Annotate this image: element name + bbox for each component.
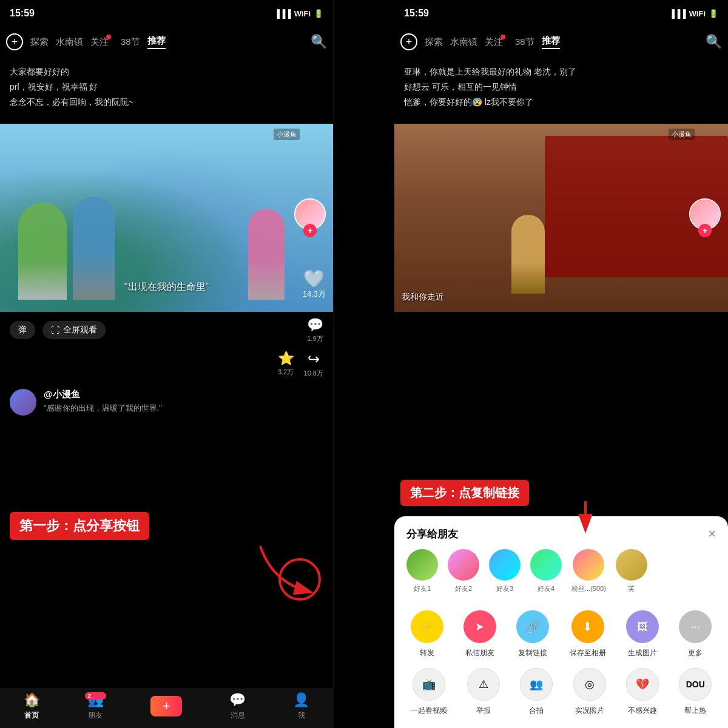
step2-arrow	[561, 498, 610, 534]
watch-together-label: 一起看视频	[411, 706, 447, 716]
share-not-interested[interactable]: 💔 不感兴趣	[626, 668, 659, 716]
friend-2[interactable]: 好友2	[448, 549, 479, 593]
friend-6[interactable]: 芙	[616, 549, 647, 593]
more-icon: ···	[691, 621, 700, 633]
friend-5[interactable]: 粉丝...(500)	[571, 549, 606, 593]
right-status-icons: ▐▐▐ WiFi 🔋	[669, 9, 718, 18]
right-avatar-container: +	[689, 198, 721, 237]
right-comment-area: 亚琳，你就是上天给我最好的礼物 老沈，别了 好想云 可乐，相互的一见钟情 恺爹，…	[394, 57, 728, 124]
comment-2: prl，祝安好，祝幸福 好	[10, 79, 323, 95]
left-video[interactable]: 小漫鱼 "出现在我的生命里" + 🤍 14.3万	[0, 124, 333, 312]
share-actions-row2: 📺 一起看视频 ⚠ 举报 👥 合拍 ◎ 实况照片	[394, 658, 728, 716]
not-interested-label: 不感兴趣	[628, 706, 657, 716]
wifi-icon: WiFi	[294, 9, 311, 18]
share-action[interactable]: ↪ 10.8万	[304, 351, 323, 378]
right-video[interactable]: 小漫鱼 + 我和你走近	[394, 124, 728, 312]
r-comment-1: 亚琳，你就是上天给我最好的礼物 老沈，别了	[404, 64, 718, 79]
douyin-icon: DOU	[686, 679, 705, 689]
left-panel: 15:59 ▐▐▐ WiFi 🔋 + 探索 水南镇 关注 38节 推荐 🔍 大家…	[0, 0, 334, 728]
live-photo-icon-circle: ◎	[573, 668, 606, 701]
dm-icon: ➤	[475, 620, 484, 633]
gen-img-icon: 🖼	[637, 621, 648, 633]
friend-label-1: 好友1	[414, 584, 431, 593]
r-nav-38[interactable]: 38节	[515, 36, 534, 48]
nav-recommend[interactable]: 推荐	[147, 35, 166, 49]
share-save[interactable]: ⬇ 保存至相册	[570, 610, 606, 658]
r-nav-explore[interactable]: 探索	[425, 36, 443, 48]
share-forward[interactable]: ⚡ 转发	[411, 610, 443, 658]
friend-4[interactable]: 好友4	[530, 549, 562, 593]
friend-label-5: 粉丝...(500)	[571, 584, 606, 593]
not-interested-icon: 💔	[636, 678, 649, 691]
r-comment-3: 恺爹，你要好好的😰 lz我不要你了	[404, 95, 718, 110]
tab-me[interactable]: 👤 我	[293, 692, 309, 721]
more-icon-circle: ···	[679, 610, 712, 643]
heart-icon: 🤍	[303, 269, 326, 289]
r-nav-search-button[interactable]: 🔍	[706, 34, 722, 50]
share-generate-img[interactable]: 🖼 生成图片	[626, 610, 659, 658]
nav-38[interactable]: 38节	[121, 36, 140, 48]
share-report[interactable]: ⚠ 举报	[467, 668, 500, 716]
report-icon: ⚠	[479, 678, 488, 691]
me-icon: 👤	[293, 692, 309, 708]
friend-1[interactable]: 好友1	[406, 549, 438, 593]
report-icon-circle: ⚠	[467, 668, 500, 701]
star-action[interactable]: ⭐ 3.2万	[278, 351, 294, 378]
left-time: 15:59	[10, 8, 35, 19]
douyin-label: 帮上热	[684, 706, 706, 716]
right-anime-scene	[394, 124, 728, 312]
forward-icon-circle: ⚡	[411, 610, 443, 643]
tab-add[interactable]: +	[150, 696, 182, 716]
step2-label: 第二步：点复制链接	[400, 480, 529, 506]
friend-label-4: 好友4	[538, 584, 554, 593]
left-comment-area: 大家都要好好的 prl，祝安好，祝幸福 好 念念不忘，必有回响，我的阮阮~	[0, 57, 333, 124]
right-time: 15:59	[404, 8, 429, 19]
r-battery-icon: 🔋	[709, 9, 718, 18]
tab-messages[interactable]: 💬 消息	[229, 692, 246, 721]
star-icon: ⭐	[278, 351, 294, 366]
comment-action[interactable]: 💬 1.9万	[307, 317, 323, 343]
share-more[interactable]: ··· 更多	[679, 610, 712, 658]
right-follow-btn[interactable]: +	[698, 224, 712, 237]
left-status-bar: 15:59 ▐▐▐ WiFi 🔋	[0, 0, 333, 27]
user-text-block: @小漫鱼 "感谢你的出现，温暖了我的世界."	[44, 389, 162, 414]
video-tag-left: 小漫鱼	[274, 129, 300, 140]
nav-explore[interactable]: 探索	[30, 36, 49, 48]
left-user-avatar-small[interactable]	[10, 389, 36, 416]
left-tab-bar: 🏠 首页 👥 朋友 2 + 💬 消息 👤 我	[0, 689, 333, 728]
friend-avatar-3	[489, 549, 521, 581]
copy-link-label: 复制链接	[518, 648, 547, 658]
tab-home[interactable]: 🏠 首页	[24, 692, 40, 721]
left-follow-btn[interactable]: +	[303, 224, 317, 237]
danmaku-button[interactable]: 弹	[10, 321, 35, 339]
dm-label: 私信朋友	[465, 648, 494, 658]
share-close-button[interactable]: ×	[708, 526, 716, 542]
fullscreen-button[interactable]: ⛶ 全屏观看	[42, 321, 106, 339]
left-avatar-container: +	[294, 198, 326, 237]
live-photo-icon: ◎	[585, 678, 595, 691]
share-watch-together[interactable]: 📺 一起看视频	[411, 668, 447, 716]
live-photo-label: 实况照片	[575, 706, 604, 716]
share-collab[interactable]: 👥 合拍	[520, 668, 553, 716]
add-button[interactable]: +	[150, 696, 182, 716]
left-action-bar: 弹 ⛶ 全屏观看 💬 1.9万	[0, 312, 333, 348]
character-1	[18, 203, 67, 300]
friend-avatar-4	[530, 549, 562, 581]
nav-add-button[interactable]: +	[6, 33, 23, 50]
collab-icon: 👥	[530, 678, 543, 691]
gen-img-label: 生成图片	[628, 648, 657, 658]
share-dm[interactable]: ➤ 私信朋友	[463, 610, 496, 658]
copy-link-icon-circle: 🔗	[516, 610, 549, 643]
r-nav-shuinanzhen[interactable]: 水南镇	[450, 36, 477, 48]
left-like-count[interactable]: 🤍 14.3万	[303, 269, 326, 300]
share-copy-link[interactable]: 🔗 复制链接	[516, 610, 549, 658]
right-video-text: 我和你走近	[402, 292, 444, 303]
share-douyin[interactable]: DOU 帮上热	[679, 668, 712, 716]
share-live-photo[interactable]: ◎ 实况照片	[573, 668, 606, 716]
r-nav-recommend[interactable]: 推荐	[542, 35, 560, 49]
r-nav-add-button[interactable]: +	[400, 33, 417, 50]
tab-friends[interactable]: 👥 朋友 2	[87, 692, 104, 721]
friend-3[interactable]: 好友3	[489, 549, 521, 593]
nav-search-button[interactable]: 🔍	[311, 34, 327, 50]
nav-shuinanzhen[interactable]: 水南镇	[56, 36, 83, 48]
